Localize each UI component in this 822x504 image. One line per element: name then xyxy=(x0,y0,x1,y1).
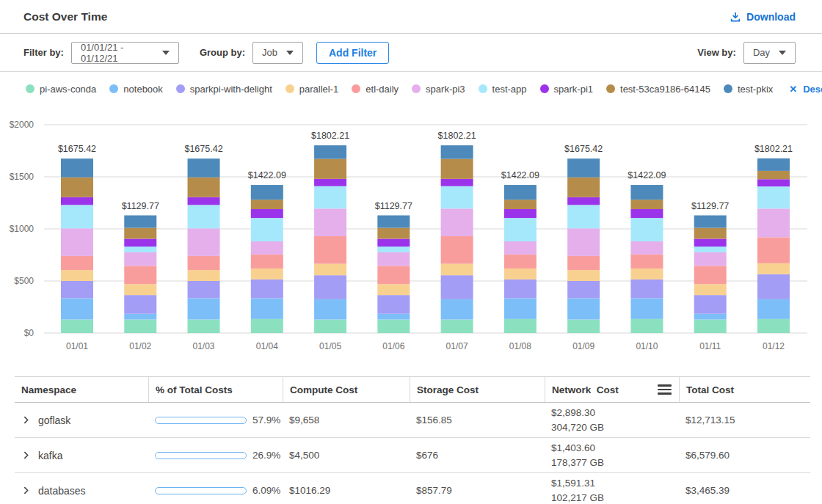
bar-segment-etl-daily[interactable] xyxy=(567,256,600,270)
bar-segment-parallel-1[interactable] xyxy=(567,270,600,281)
bar-segment-notebook[interactable] xyxy=(630,298,663,318)
bar-segment-sparkpi-with-delight[interactable] xyxy=(694,295,727,314)
legend-item[interactable]: etl-daily xyxy=(352,84,399,95)
bar-segment-notebook[interactable] xyxy=(251,298,283,318)
bar-segment-test-app[interactable] xyxy=(441,186,473,209)
bar-segment-spark-pi3[interactable] xyxy=(694,252,727,266)
bar-segment-test-53ca9186-64145[interactable] xyxy=(757,171,790,179)
bar-segment-sparkpi-with-delight[interactable] xyxy=(567,281,600,298)
bar-segment-test-53ca9186-64145[interactable] xyxy=(188,178,220,197)
bar-segment-test-pkix[interactable] xyxy=(567,158,600,178)
bar-segment-test-app[interactable] xyxy=(377,246,410,252)
bar-segment-parallel-1[interactable] xyxy=(251,269,283,280)
bar-segment-parallel-1[interactable] xyxy=(188,270,220,281)
bar-segment-notebook[interactable] xyxy=(61,298,93,319)
bar-segment-test-53ca9186-64145[interactable] xyxy=(441,159,473,179)
bar-segment-spark-pi1[interactable] xyxy=(757,179,790,186)
bar-segment-notebook[interactable] xyxy=(567,298,600,319)
bar-segment-test-pkix[interactable] xyxy=(504,185,537,200)
bar-segment-spark-pi3[interactable] xyxy=(61,228,93,256)
download-button[interactable]: Download xyxy=(730,11,796,23)
bar-segment-test-pkix[interactable] xyxy=(630,185,663,200)
bar-segment-pi-aws-conda[interactable] xyxy=(694,320,727,333)
bar-segment-test-app[interactable] xyxy=(188,205,220,228)
bar-segment-test-app[interactable] xyxy=(124,246,156,252)
bar-segment-spark-pi3[interactable] xyxy=(567,228,600,256)
bar-segment-test-53ca9186-64145[interactable] xyxy=(314,159,346,179)
bar-segment-parallel-1[interactable] xyxy=(124,284,156,295)
column-menu-icon[interactable] xyxy=(658,383,672,396)
bar-segment-sparkpi-with-delight[interactable] xyxy=(504,280,537,299)
bar-segment-spark-pi1[interactable] xyxy=(314,179,346,186)
bar-segment-sparkpi-with-delight[interactable] xyxy=(630,280,663,299)
bar-segment-pi-aws-conda[interactable] xyxy=(251,319,283,333)
bar-segment-test-pkix[interactable] xyxy=(61,158,93,178)
bar-segment-etl-daily[interactable] xyxy=(757,237,790,263)
bar-segment-spark-pi1[interactable] xyxy=(251,209,283,218)
date-range-dropdown[interactable]: 01/01/21 - 01/12/21 xyxy=(71,42,179,64)
bar-segment-parallel-1[interactable] xyxy=(757,263,790,274)
bar-segment-test-53ca9186-64145[interactable] xyxy=(630,200,663,209)
bar-segment-test-53ca9186-64145[interactable] xyxy=(124,228,156,239)
legend-item[interactable]: spark-pi1 xyxy=(540,84,593,95)
bar-segment-parallel-1[interactable] xyxy=(377,284,410,295)
bar-segment-parallel-1[interactable] xyxy=(504,269,537,280)
expand-row-chevron-icon[interactable] xyxy=(21,450,31,460)
bar-segment-pi-aws-conda[interactable] xyxy=(567,320,600,333)
bar-segment-spark-pi1[interactable] xyxy=(504,209,537,218)
bar-segment-test-53ca9186-64145[interactable] xyxy=(694,228,727,239)
bar-segment-spark-pi3[interactable] xyxy=(504,241,537,255)
bar-segment-etl-daily[interactable] xyxy=(124,266,156,284)
view-by-dropdown[interactable]: Day xyxy=(743,42,796,64)
bar-segment-spark-pi3[interactable] xyxy=(251,241,283,255)
bar-segment-notebook[interactable] xyxy=(124,314,156,320)
bar-segment-test-app[interactable] xyxy=(314,186,346,209)
bar-segment-spark-pi3[interactable] xyxy=(441,208,473,236)
bar-segment-pi-aws-conda[interactable] xyxy=(188,320,220,333)
bar-segment-spark-pi1[interactable] xyxy=(441,179,473,186)
bar-segment-notebook[interactable] xyxy=(314,299,346,320)
bar-segment-spark-pi3[interactable] xyxy=(188,228,220,256)
legend-item[interactable]: pi-aws-conda xyxy=(26,84,96,95)
bar-segment-test-pkix[interactable] xyxy=(694,216,727,228)
bar-segment-pi-aws-conda[interactable] xyxy=(377,320,410,333)
bar-segment-parallel-1[interactable] xyxy=(630,269,663,280)
bar-segment-test-app[interactable] xyxy=(251,218,283,241)
bar-segment-etl-daily[interactable] xyxy=(188,256,220,270)
bar-segment-notebook[interactable] xyxy=(441,299,473,320)
add-filter-button[interactable]: Add Filter xyxy=(316,42,389,64)
bar-segment-pi-aws-conda[interactable] xyxy=(61,320,93,333)
bar-segment-sparkpi-with-delight[interactable] xyxy=(441,275,473,299)
bar-segment-parallel-1[interactable] xyxy=(61,270,93,281)
legend-item[interactable]: test-53ca9186-64145 xyxy=(606,84,710,95)
bar-segment-test-53ca9186-64145[interactable] xyxy=(251,200,283,209)
bar-segment-spark-pi3[interactable] xyxy=(124,252,156,266)
bar-segment-parallel-1[interactable] xyxy=(694,284,727,295)
legend-item[interactable]: parallel-1 xyxy=(285,84,338,95)
legend-item[interactable]: notebook xyxy=(109,84,163,95)
bar-segment-spark-pi3[interactable] xyxy=(377,252,410,266)
bar-segment-pi-aws-conda[interactable] xyxy=(504,319,537,333)
bar-segment-test-app[interactable] xyxy=(567,205,600,228)
bar-segment-test-53ca9186-64145[interactable] xyxy=(377,228,410,239)
bar-segment-sparkpi-with-delight[interactable] xyxy=(61,281,93,298)
bar-segment-test-pkix[interactable] xyxy=(377,216,410,228)
group-by-dropdown[interactable]: Job xyxy=(252,42,303,64)
bar-segment-etl-daily[interactable] xyxy=(504,255,537,269)
bar-segment-notebook[interactable] xyxy=(188,298,220,319)
bar-segment-sparkpi-with-delight[interactable] xyxy=(757,274,790,299)
legend-item[interactable]: spark-pi3 xyxy=(412,84,465,95)
bar-segment-test-53ca9186-64145[interactable] xyxy=(504,200,537,209)
bar-segment-test-pkix[interactable] xyxy=(757,158,790,171)
bar-segment-etl-daily[interactable] xyxy=(630,255,663,269)
bar-segment-test-app[interactable] xyxy=(757,186,790,208)
bar-segment-pi-aws-conda[interactable] xyxy=(124,320,156,333)
bar-segment-notebook[interactable] xyxy=(504,298,537,318)
bar-segment-test-pkix[interactable] xyxy=(314,145,346,158)
bar-segment-pi-aws-conda[interactable] xyxy=(630,319,663,333)
bar-segment-etl-daily[interactable] xyxy=(314,236,346,264)
bar-segment-test-53ca9186-64145[interactable] xyxy=(567,178,600,197)
bar-segment-sparkpi-with-delight[interactable] xyxy=(251,280,283,299)
bar-segment-test-app[interactable] xyxy=(630,218,663,241)
bar-segment-spark-pi1[interactable] xyxy=(124,238,156,246)
